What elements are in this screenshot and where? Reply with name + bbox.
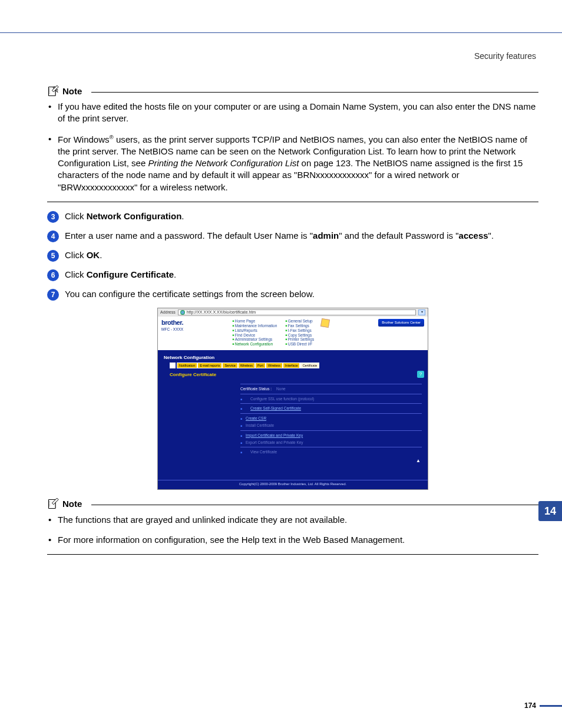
view-cert: View Certificate (250, 450, 277, 454)
page-number: 174 (524, 701, 536, 710)
note-sticky-icon (320, 318, 330, 328)
create-self-signed-link[interactable]: Create Self-Signed Certificate (250, 406, 301, 411)
note2-bullet-1: The functions that are grayed and unlink… (55, 514, 538, 526)
nav-link-active[interactable]: Network Configuration (232, 342, 277, 347)
web-top-nav: brother. MFC - XXXX Home Page Maintenanc… (158, 317, 428, 350)
nav-link[interactable]: Printer Settings (285, 337, 314, 342)
step-7: 7 You can configure the certificate sett… (47, 288, 538, 301)
nav-link[interactable]: General Setup (285, 319, 314, 324)
address-url-field[interactable]: http://XX.XXX.X.XX/bio/certificate.htm (178, 309, 416, 315)
config-tabs: Notification E-mail reports Service Wire… (170, 363, 422, 369)
address-label: Address (160, 310, 176, 315)
tab[interactable]: Service (222, 363, 237, 369)
tab[interactable]: Interface (283, 363, 300, 369)
note-rule (91, 92, 538, 93)
step-6: 6 Click Configure Certificate. (47, 269, 538, 281)
panel-title: Configure Certificate (170, 372, 422, 378)
config-ssl: Configure SSL use function (protocol) (250, 397, 314, 401)
step-text: Click Network Configuration. (65, 210, 538, 222)
note1-bullet-1: If you have edited the hosts file on you… (55, 101, 538, 125)
tab[interactable]: Wireless (238, 363, 255, 369)
install-cert: Install Certificate (246, 423, 274, 427)
nav-column-2: General Setup Fax Settings I-Fax Setting… (285, 319, 314, 347)
step-5: 5 Click OK. (47, 249, 538, 262)
item-row: Create Self-Signed Certificate (240, 403, 422, 413)
certificate-panel: ? Configure Certificate Certificate Stat… (240, 372, 422, 464)
browser-address-bar: Address http://XX.XXX.X.XX/bio/certifica… (158, 308, 428, 317)
running-header: Security features (47, 51, 536, 62)
page-content: Security features Note If you have edite… (0, 33, 562, 728)
create-csr-link[interactable]: Create CSR (246, 416, 266, 420)
help-icon[interactable]: ? (417, 371, 424, 378)
section-title: Network Configuration (164, 355, 422, 361)
item-row-group: Create CSR Install Certificate (240, 413, 422, 430)
nav-link[interactable]: Fax Settings (285, 324, 314, 328)
note1-bullet-2: For Windows® users, as the print server … (55, 133, 538, 193)
doc-icon (170, 363, 176, 368)
brand-logo: brother. (161, 319, 183, 327)
nav-column-1: Home Page Maintenance Information Lists/… (232, 319, 277, 347)
tab[interactable]: Wireless (266, 363, 283, 369)
note-rule-end (47, 202, 538, 202)
step-text: You can configure the certificate settin… (65, 288, 538, 300)
import-cert-link[interactable]: Import Certificate and Private Key (246, 433, 303, 437)
steps-list: 3 Click Network Configuration. 4 Enter a… (47, 210, 538, 301)
embedded-screenshot: Address http://XX.XXX.X.XX/bio/certifica… (157, 308, 428, 490)
tab[interactable]: E-mail reports (197, 363, 222, 369)
chapter-tab: 14 (538, 501, 562, 521)
step-badge: 7 (47, 289, 59, 301)
step-text: Click OK. (65, 249, 538, 261)
page-top-rule (0, 0, 562, 33)
nav-link[interactable]: Find Device (232, 333, 277, 338)
note-block-1: Note If you have edited the hosts file o… (47, 85, 538, 202)
nav-link[interactable]: USB Direct I/F (285, 342, 314, 347)
step-badge: 5 (47, 250, 59, 262)
web-body: Network Configuration Notification E-mai… (158, 350, 428, 480)
item-row: Configure SSL use function (protocol) (240, 394, 422, 404)
address-url-text: http://XX.XXX.X.XX/bio/certificate.htm (187, 310, 256, 315)
note2-bullet-2: For more information on configuration, s… (55, 534, 538, 546)
note-block-2: Note The functions that are grayed and u… (47, 498, 538, 555)
note-rule-end (47, 554, 538, 555)
tab[interactable]: Port (255, 363, 266, 369)
item-row-group: Import Certificate and Private Key Expor… (240, 430, 422, 447)
step-text: Click Configure Certificate. (65, 269, 538, 281)
nav-link[interactable]: Home Page (232, 319, 277, 324)
nav-link[interactable]: I-Fax Settings (285, 328, 314, 333)
scroll-top-icon[interactable]: ▲ (240, 457, 422, 464)
note-label: Note (62, 85, 82, 97)
step-badge: 4 (47, 230, 59, 242)
item-row: View Certificate (240, 447, 422, 457)
tab[interactable]: Notification (177, 363, 197, 369)
note-label: Note (62, 498, 82, 510)
model-name: MFC - XXXX (161, 327, 183, 332)
status-row: Certificate Status : None (240, 384, 422, 394)
nav-link[interactable]: Administrator Settings (232, 337, 277, 342)
note-icon (47, 498, 59, 510)
nav-link[interactable]: Lists/Reports (232, 328, 277, 333)
step-3: 3 Click Network Configuration. (47, 210, 538, 223)
status-value: None (276, 387, 286, 391)
nav-link[interactable]: Maintenance Information (232, 324, 277, 328)
note-rule (91, 505, 538, 505)
step-4: 4 Enter a user name and a password. The … (47, 230, 538, 242)
note-icon (47, 85, 59, 97)
nav-link[interactable]: Copy Settings (285, 333, 314, 338)
export-cert: Export Certificate and Private Key (246, 440, 303, 444)
solutions-center-button[interactable]: Brother Solutions Center (378, 319, 424, 327)
copyright-text: Copyright(C) 2000-2009 Brother Industrie… (158, 480, 428, 489)
step-text: Enter a user name and a password. The de… (65, 230, 538, 242)
status-label: Certificate Status : (240, 387, 272, 391)
globe-icon (180, 310, 185, 315)
tab-selected[interactable]: Certificate (300, 363, 319, 369)
step-badge: 6 (47, 269, 59, 281)
address-dropdown-icon[interactable]: ▾ (418, 309, 425, 315)
step-badge: 3 (47, 211, 59, 223)
